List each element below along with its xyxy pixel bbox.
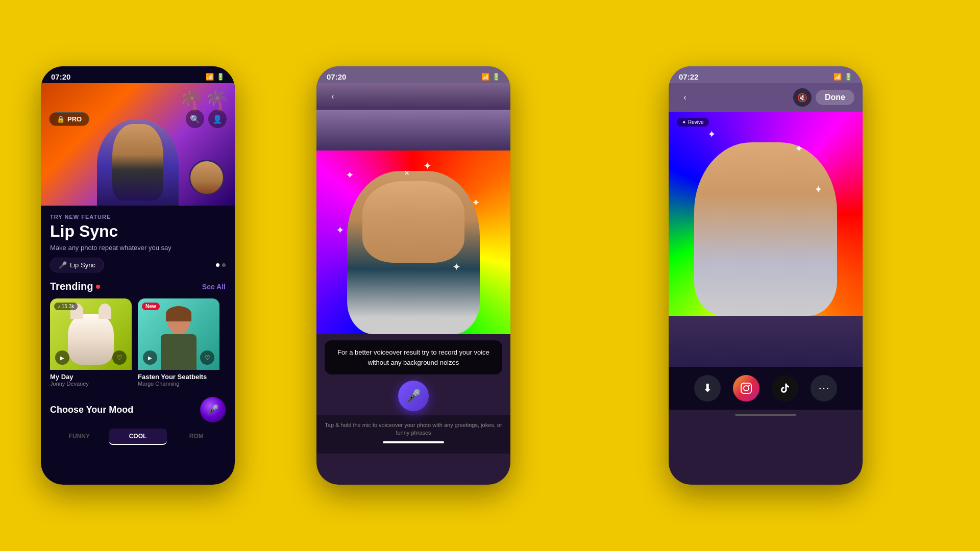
left-status-icons: 📶 🔋 xyxy=(206,73,225,81)
instagram-button[interactable] xyxy=(733,375,760,402)
dots-indicator xyxy=(216,263,226,267)
mood-orb[interactable]: 🎤 xyxy=(200,397,226,422)
woman-body xyxy=(161,334,197,370)
mood-tabs: FUNNY COOL ROM xyxy=(50,429,226,445)
blurred-header xyxy=(316,110,510,151)
trending-dot xyxy=(96,285,100,289)
card-info-1: My Day Jonny Devaney xyxy=(50,370,132,390)
tiktok-button[interactable] xyxy=(772,375,798,402)
right-panel: 07:22 📶 🔋 ‹ 🔇 Done ✦ Revive ✦ ✦ xyxy=(551,0,980,551)
woman-shape xyxy=(158,309,199,370)
right-top-bar: ‹ 🔇 Done xyxy=(669,83,863,112)
pro-badge[interactable]: 🔒 PRO xyxy=(49,112,89,126)
hero-area: 🌴🌴 🔒 PRO 🔍 👤 xyxy=(41,83,235,206)
face-portrait xyxy=(347,171,480,334)
feature-title: Lip Sync xyxy=(50,222,226,241)
svg-point-2 xyxy=(748,385,750,386)
heart-button-1[interactable]: ♡ xyxy=(112,350,127,365)
left-content: TRY NEW FEATURE Lip Sync Make any photo … xyxy=(41,206,235,453)
trending-header: Trending See All xyxy=(50,281,226,292)
card-image-dog: ♪ 15.3k ▶ ♡ xyxy=(50,298,132,370)
right-blurred-bottom xyxy=(669,316,863,367)
center-top-bar: ‹ xyxy=(316,83,510,110)
right-back-button[interactable]: ‹ xyxy=(677,89,693,106)
right-time: 07:22 xyxy=(679,72,698,81)
dot-active xyxy=(216,263,219,267)
card-info-2: Fasten Your Seatbelts Margo Channing xyxy=(138,370,219,390)
center-time: 07:20 xyxy=(327,72,346,81)
right-home-indicator xyxy=(735,414,796,416)
see-all-button[interactable]: See All xyxy=(202,283,226,291)
small-avatar xyxy=(189,160,225,195)
play-button-2[interactable]: ▶ xyxy=(143,350,157,365)
center-status-bar: 07:20 📶 🔋 xyxy=(316,66,510,83)
revive-star-icon: ✦ xyxy=(682,119,686,125)
new-badge: New xyxy=(142,303,160,310)
face-portrait-right xyxy=(694,142,837,316)
back-button[interactable]: ‹ xyxy=(325,88,341,105)
center-screen: 07:20 📶 🔋 ‹ ✦ ✦ ✦ ✦ ✦ ✕ For xyxy=(316,66,510,485)
mood-title: Choose Your Mood 🎤 xyxy=(50,397,226,422)
left-time: 07:20 xyxy=(51,72,70,81)
svg-rect-0 xyxy=(741,383,751,393)
trending-title: Trending xyxy=(50,281,100,292)
center-battery-icon: 🔋 xyxy=(492,73,500,81)
avatar-face xyxy=(190,161,223,194)
card-image-woman: New ▶ ♡ xyxy=(138,298,219,370)
mood-section: Choose Your Mood 🎤 FUNNY COOL ROM xyxy=(50,397,226,445)
right-top-actions: 🔇 Done xyxy=(793,88,854,107)
feature-label: TRY NEW FEATURE xyxy=(50,214,226,220)
top-bar: 🔒 PRO 🔍 👤 xyxy=(41,105,235,133)
top-icons: 🔍 👤 xyxy=(186,110,227,128)
profile-button[interactable]: 👤 xyxy=(208,110,227,128)
card-title-2: Fasten Your Seatbelts xyxy=(138,373,219,381)
mood-tab-funny[interactable]: FUNNY xyxy=(50,429,109,445)
mute-button[interactable]: 🔇 xyxy=(793,88,812,107)
lock-icon: 🔒 xyxy=(57,115,65,123)
mic-button[interactable]: 🎤 xyxy=(398,381,429,411)
svg-point-1 xyxy=(744,386,749,391)
right-battery-icon: 🔋 xyxy=(844,73,852,81)
mic-icon: 🎤 xyxy=(59,261,67,269)
search-button[interactable]: 🔍 xyxy=(186,110,204,128)
center-image-area: ✦ ✦ ✦ ✦ ✦ ✕ xyxy=(316,151,510,334)
center-signal-icon: 📶 xyxy=(481,73,489,81)
lip-sync-pill[interactable]: 🎤 Lip Sync xyxy=(50,258,104,272)
trending-card-1[interactable]: ♪ 15.3k ▶ ♡ My Day Jonny Devaney xyxy=(50,298,132,390)
left-status-bar: 07:20 📶 🔋 xyxy=(41,66,235,83)
right-status-bar: 07:22 📶 🔋 xyxy=(669,66,863,83)
mood-tab-cool[interactable]: COOL xyxy=(109,429,167,445)
center-bottom: Tap & hold the mic to voiceover your pho… xyxy=(316,415,510,454)
card-title-1: My Day xyxy=(50,373,132,381)
mood-tab-romantic[interactable]: ROM xyxy=(167,429,226,445)
left-panel: 07:20 📶 🔋 🌴🌴 🔒 PRO xyxy=(0,0,276,551)
right-screen: 07:22 📶 🔋 ‹ 🔇 Done ✦ Revive ✦ ✦ xyxy=(669,66,863,485)
home-indicator xyxy=(383,441,444,443)
share-toolbar: ⬇ ⋯ xyxy=(669,367,863,410)
center-hint: Tap & hold the mic to voiceover your pho… xyxy=(325,421,502,437)
right-signal-icon: 📶 xyxy=(834,73,842,81)
download-button[interactable]: ⬇ xyxy=(694,375,721,402)
heart-button-2[interactable]: ♡ xyxy=(200,350,214,365)
battery-icon: 🔋 xyxy=(216,73,225,81)
pill-row: 🎤 Lip Sync xyxy=(50,258,226,272)
card-sub-1: Jonny Devaney xyxy=(50,381,132,387)
dog-shape xyxy=(68,314,114,365)
center-panel: 07:20 📶 🔋 ‹ ✦ ✦ ✦ ✦ ✦ ✕ For xyxy=(276,0,551,551)
dot-inactive xyxy=(222,263,226,267)
right-status-icons: 📶 🔋 xyxy=(834,73,852,81)
revive-badge: ✦ Revive xyxy=(677,118,709,127)
play-button-1[interactable]: ▶ xyxy=(55,350,69,365)
woman-head xyxy=(167,309,190,334)
woman-hair xyxy=(166,306,191,321)
right-image-area: ✦ Revive ✦ ✦ ✦ xyxy=(669,112,863,316)
center-status-icons: 📶 🔋 xyxy=(481,73,500,81)
done-button[interactable]: Done xyxy=(816,90,854,105)
feature-desc: Make any photo repeat whatever you say xyxy=(50,244,226,252)
trending-card-2[interactable]: New ▶ ♡ Fasten Your Seatbelts Margo Chan… xyxy=(138,298,219,390)
left-screen: 07:20 📶 🔋 🌴🌴 🔒 PRO xyxy=(41,66,235,485)
signal-icon: 📶 xyxy=(206,73,214,81)
more-button[interactable]: ⋯ xyxy=(811,375,837,402)
trending-cards: ♪ 15.3k ▶ ♡ My Day Jonny Devaney xyxy=(50,298,226,390)
mic-area: 🎤 xyxy=(316,381,510,411)
